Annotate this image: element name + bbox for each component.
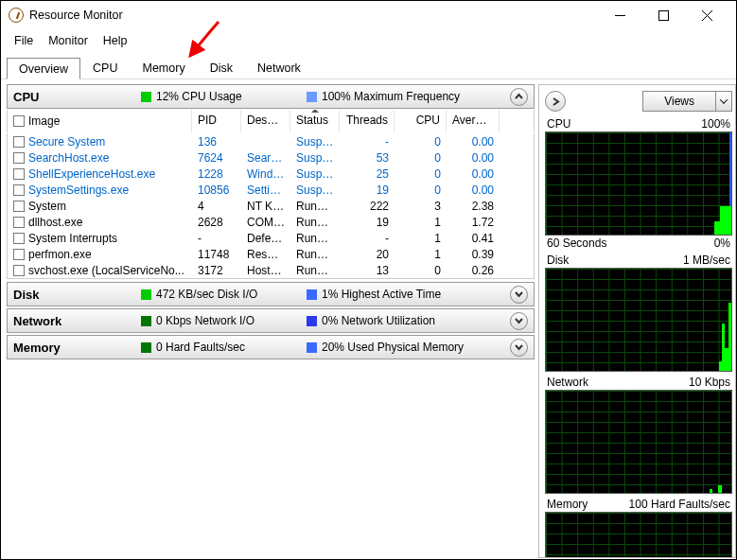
minimize-button[interactable] — [598, 1, 641, 29]
views-button[interactable]: Views — [642, 91, 732, 112]
table-row[interactable]: dllhost.exe2628COM S...Runni...1911.72 — [8, 214, 534, 230]
cell-avg: 0.26 — [447, 264, 500, 277]
disk-expand-button[interactable] — [510, 286, 528, 304]
menu-file[interactable]: File — [7, 31, 41, 50]
row-checkbox[interactable] — [13, 201, 25, 212]
cpu-collapse-button[interactable] — [510, 88, 528, 106]
cell-desc: Windo... — [241, 167, 290, 181]
cell-desc: COM S... — [241, 216, 290, 229]
cpu-process-list[interactable]: Secure System136Suspe...-00.00SearchHost… — [7, 133, 535, 279]
tab-network[interactable]: Network — [245, 57, 313, 79]
maximize-button[interactable] — [641, 1, 685, 29]
tab-cpu[interactable]: CPU — [80, 57, 130, 79]
row-checkbox[interactable] — [13, 233, 25, 244]
network-expand-button[interactable] — [510, 312, 528, 330]
disk-panel-title: Disk — [13, 288, 141, 302]
close-button[interactable] — [685, 1, 728, 29]
graph-memory: Memory100 Hard Faults/sec — [545, 498, 732, 558]
graph-network: Network10 Kbps — [545, 376, 732, 494]
cell-pid: 10856 — [192, 184, 241, 197]
cell-desc: Settings — [241, 184, 290, 197]
cell-avg: 0.00 — [447, 151, 500, 165]
cell-image: dllhost.exe — [28, 216, 82, 229]
memory-panel-header[interactable]: Memory0 Hard Faults/sec20% Used Physical… — [7, 335, 535, 359]
cell-status: Suspe... — [290, 135, 340, 149]
cell-status: Runni... — [290, 200, 340, 213]
row-checkbox[interactable] — [13, 217, 25, 228]
col-status[interactable]: Status — [290, 110, 340, 132]
cpu-usage-swatch-icon — [141, 92, 151, 102]
table-row[interactable]: Secure System136Suspe...-00.00 — [8, 133, 534, 149]
memory-stat1: 0 Hard Faults/sec — [156, 341, 245, 354]
col-avg[interactable]: Averag... — [447, 110, 500, 132]
tab-disk[interactable]: Disk — [198, 57, 245, 79]
cell-status: Suspe... — [290, 151, 340, 165]
cell-pid: 136 — [192, 135, 241, 149]
col-cpu[interactable]: CPU — [395, 110, 447, 132]
graphs-nav-button[interactable] — [545, 91, 566, 112]
network-panel-header[interactable]: Network0 Kbps Network I/O0% Network Util… — [7, 308, 535, 333]
cell-cpu: 0 — [395, 167, 447, 181]
cell-pid: 4 — [192, 200, 241, 213]
table-row[interactable]: SystemSettings.exe10856SettingsSuspe...1… — [8, 182, 534, 198]
cell-desc: Resour... — [241, 248, 290, 261]
cell-status: Runni... — [290, 216, 340, 229]
cell-cpu: 0 — [395, 264, 447, 277]
row-checkbox[interactable] — [13, 249, 25, 260]
col-pid[interactable]: PID — [192, 110, 241, 132]
table-row[interactable]: System4NT Ker...Runni...22232.38 — [8, 198, 534, 214]
cpu-column-header: Image PID Descrip... Status Threads CPU … — [7, 110, 535, 132]
col-image[interactable]: Image — [28, 114, 60, 128]
cell-threads: - — [340, 232, 395, 245]
cell-avg: 0.00 — [447, 184, 500, 197]
graph-title: Memory — [547, 498, 588, 511]
row-checkbox[interactable] — [13, 152, 25, 164]
graph-title: Disk — [547, 254, 569, 267]
cell-cpu: 0 — [395, 151, 447, 165]
row-checkbox[interactable] — [13, 136, 25, 148]
row-checkbox[interactable] — [13, 184, 25, 196]
graph-canvas — [545, 131, 732, 236]
cell-status: Runni... — [290, 264, 340, 277]
cpu-freq-label: 100% Maximum Frequency — [322, 90, 460, 103]
cell-threads: 20 — [340, 248, 395, 261]
table-row[interactable]: svchost.exe (LocalServiceNo...3172Host P… — [8, 262, 534, 278]
select-all-checkbox[interactable] — [13, 115, 25, 127]
cell-image: System — [28, 200, 66, 213]
cell-status: Runni... — [290, 232, 340, 245]
table-row[interactable]: SearchHost.exe7624Search...Suspe...5300.… — [8, 149, 534, 166]
cell-threads: 53 — [340, 151, 395, 165]
cell-desc: Deferr... — [241, 232, 290, 245]
menu-bar: File Monitor Help — [1, 29, 736, 53]
row-checkbox[interactable] — [13, 168, 25, 180]
graphs-pane: Views CPU100%60 Seconds0%Disk1 MB/secNet… — [538, 84, 736, 558]
cell-avg: 0.00 — [447, 167, 500, 181]
views-dropdown-icon[interactable] — [715, 92, 731, 111]
app-icon — [9, 8, 24, 23]
memory-expand-button[interactable] — [510, 339, 528, 357]
cpu-panel-header[interactable]: CPU 12% CPU Usage 100% Maximum Frequency — [7, 84, 535, 109]
network-swatch2-icon — [307, 316, 317, 326]
table-row[interactable]: perfmon.exe11748Resour...Runni...2010.39 — [8, 246, 534, 262]
table-row[interactable]: System Interrupts-Deferr...Runni...-10.4… — [8, 230, 534, 246]
cell-desc: NT Ker... — [241, 200, 290, 213]
col-threads[interactable]: Threads — [340, 110, 395, 132]
svg-rect-1 — [658, 10, 668, 20]
table-row[interactable]: ShellExperienceHost.exe1228Windo...Suspe… — [8, 166, 534, 182]
tab-strip: Overview CPU Memory Disk Network — [1, 57, 736, 79]
disk-panel-header[interactable]: Disk472 KB/sec Disk I/O1% Highest Active… — [7, 282, 535, 306]
graph-title: Network — [547, 376, 588, 389]
menu-monitor[interactable]: Monitor — [41, 31, 96, 50]
cell-cpu: 1 — [395, 232, 447, 245]
cell-threads: 222 — [340, 200, 395, 213]
row-checkbox[interactable] — [13, 265, 25, 276]
network-swatch1-icon — [141, 316, 151, 326]
col-desc[interactable]: Descrip... — [241, 110, 290, 132]
cell-cpu: 1 — [395, 248, 447, 261]
tab-overview[interactable]: Overview — [7, 58, 80, 79]
cell-image: perfmon.exe — [28, 248, 92, 261]
graph-top-right: 10 Kbps — [689, 376, 730, 389]
menu-help[interactable]: Help — [96, 31, 135, 50]
cell-image: SystemSettings.exe — [28, 184, 129, 197]
tab-memory[interactable]: Memory — [131, 57, 198, 79]
